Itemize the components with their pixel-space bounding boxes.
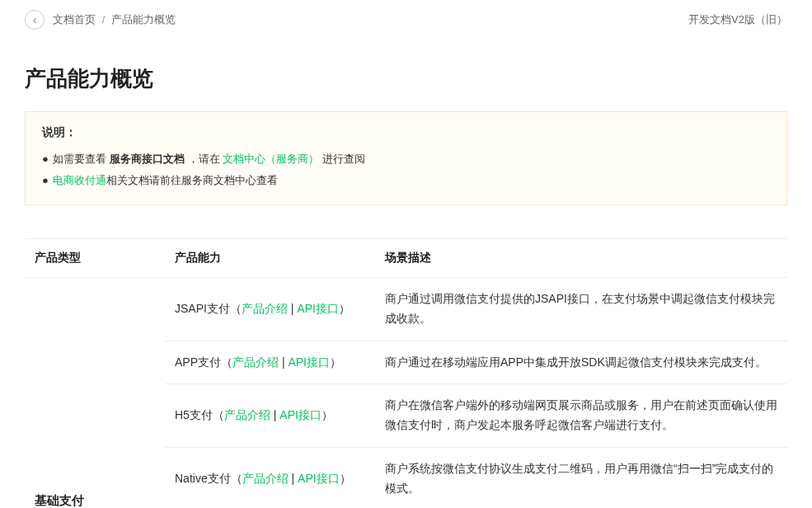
api-link[interactable]: API接口: [298, 472, 340, 485]
back-button[interactable]: ‹: [25, 10, 45, 30]
doc-center-link[interactable]: 文档中心（服务商）: [223, 153, 319, 165]
capability-cell: H5支付（产品介绍 | API接口）: [165, 384, 375, 448]
notice-line-1: ● 如需要查看 服务商接口文档 ，请在 文档中心（服务商） 进行查阅: [42, 148, 770, 170]
capability-name: H5支付: [175, 408, 213, 421]
product-intro-link[interactable]: 产品介绍: [242, 472, 289, 485]
api-link[interactable]: API接口: [288, 355, 330, 369]
page-title: 产品能力概览: [25, 64, 787, 93]
product-intro-link[interactable]: 产品介绍: [232, 355, 279, 369]
category-cell: 基础支付: [25, 278, 165, 509]
th-type: 产品类型: [25, 239, 165, 278]
notice-line-2: ● 电商收付通相关文档请前往服务商文档中心查看: [42, 170, 770, 191]
breadcrumb-home-link[interactable]: 文档首页: [53, 13, 96, 26]
breadcrumb-sep: /: [102, 13, 106, 26]
capability-name: APP支付: [175, 355, 221, 369]
version-link[interactable]: 开发文档V2版（旧）: [688, 12, 787, 27]
api-link[interactable]: API接口: [279, 408, 322, 421]
breadcrumb-current: 产品能力概览: [111, 13, 176, 26]
desc-cell: 商户通过调用微信支付提供的JSAPI接口，在支付场景中调起微信支付模块完成收款。: [375, 278, 787, 341]
capability-name: Native支付: [175, 472, 231, 485]
chevron-left-icon: ‹: [33, 13, 37, 26]
th-desc: 场景描述: [375, 239, 787, 278]
product-intro-link[interactable]: 产品介绍: [242, 302, 288, 315]
capability-table: 产品类型 产品能力 场景描述 基础支付JSAPI支付（产品介绍 | API接口）…: [25, 239, 787, 508]
notice-box: 说明： ● 如需要查看 服务商接口文档 ，请在 文档中心（服务商） 进行查阅 ●…: [25, 111, 787, 205]
ecommerce-link[interactable]: 电商收付通: [53, 174, 106, 186]
product-intro-link[interactable]: 产品介绍: [224, 408, 270, 421]
desc-cell: 商户通过在移动端应用APP中集成开放SDK调起微信支付模块来完成支付。: [375, 341, 787, 384]
th-capability: 产品能力: [165, 239, 375, 278]
capability-name: JSAPI支付: [175, 302, 230, 315]
desc-cell: 商户系统按微信支付协议生成支付二维码，用户再用微信“扫一扫”完成支付的模式。: [375, 447, 787, 508]
capability-cell: APP支付（产品介绍 | API接口）: [165, 341, 375, 384]
table-row: 基础支付JSAPI支付（产品介绍 | API接口）商户通过调用微信支付提供的JS…: [25, 278, 787, 341]
capability-cell: JSAPI支付（产品介绍 | API接口）: [165, 278, 375, 341]
api-link[interactable]: API接口: [297, 302, 339, 315]
capability-cell: Native支付（产品介绍 | API接口）: [165, 447, 375, 508]
breadcrumb: 文档首页 / 产品能力概览: [53, 12, 176, 27]
notice-heading: 说明：: [42, 125, 770, 140]
desc-cell: 商户在微信客户端外的移动端网页展示商品或服务，用户在前述页面确认使用微信支付时，…: [375, 384, 787, 448]
